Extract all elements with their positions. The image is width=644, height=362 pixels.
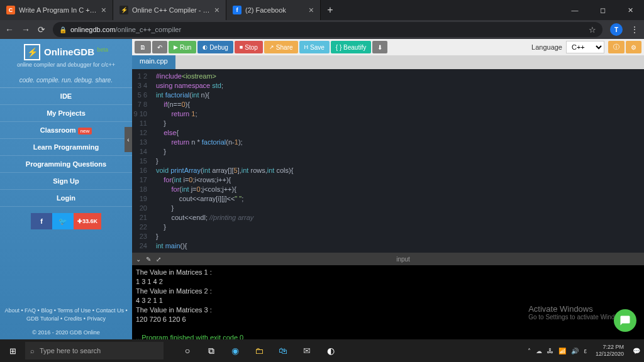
new-tab-button[interactable]: + xyxy=(321,0,340,20)
share-button[interactable]: ↗Share xyxy=(264,41,298,53)
task-view-icon[interactable]: ⧉ xyxy=(200,339,223,362)
task-store-icon[interactable]: 🛍 xyxy=(272,339,294,362)
console-edit-icon[interactable]: ✎ xyxy=(146,256,151,263)
share-icon: ↗ xyxy=(269,44,274,50)
close-icon[interactable]: × xyxy=(214,5,219,15)
search-icon: ⌕ xyxy=(30,347,35,354)
taskbar-search[interactable]: ⌕ Type here to search xyxy=(25,342,164,359)
new-file-button[interactable]: 🗎 xyxy=(135,41,151,53)
activate-windows-watermark: Activate Windows Go to Settings to activ… xyxy=(528,304,628,321)
tray-notifications-icon[interactable]: 💬 xyxy=(633,348,640,354)
twitter-button[interactable]: 🐦 xyxy=(52,213,74,229)
undo-button[interactable]: ↶ xyxy=(152,41,167,53)
nav-signup[interactable]: Sign Up xyxy=(0,173,132,190)
task-explorer-icon[interactable]: 🗀 xyxy=(248,339,270,362)
copyright: © 2016 - 2020 GDB Online xyxy=(0,326,132,340)
console-down-icon[interactable]: ⌄ xyxy=(136,256,141,263)
stop-button[interactable]: ■Stop xyxy=(235,41,263,53)
task-cortana-icon[interactable]: ○ xyxy=(176,339,199,362)
save-icon: H xyxy=(304,44,309,50)
nav-ide[interactable]: IDE xyxy=(0,88,132,105)
console-expand-icon[interactable]: ⤢ xyxy=(156,256,161,263)
lock-icon: 🔒 xyxy=(59,26,67,33)
tab-favicon: C xyxy=(6,6,15,14)
logo[interactable]: ⚡ OnlineGDB beta online compiler and deb… xyxy=(0,39,132,73)
tray-clock[interactable]: 7:22 PM12/12/2020 xyxy=(592,344,628,358)
task-edge-icon[interactable]: ◉ xyxy=(224,339,247,362)
nav-learn[interactable]: Learn Programming xyxy=(0,139,132,156)
input-label: input xyxy=(396,256,410,263)
nav-login[interactable]: Login xyxy=(0,190,132,207)
info-button[interactable]: ⓘ xyxy=(608,41,625,53)
chat-icon xyxy=(619,315,631,326)
bookmark-icon[interactable]: ☆ xyxy=(589,25,596,35)
tab-favicon: f xyxy=(233,6,242,14)
close-button[interactable]: ✕ xyxy=(616,0,644,20)
editor-tab[interactable]: main.cpp xyxy=(132,55,175,69)
browser-tab[interactable]: C Write A Program In C ++ Langu × xyxy=(0,0,113,20)
reload-button[interactable]: ⟳ xyxy=(38,25,45,35)
minimize-button[interactable]: — xyxy=(561,0,589,20)
beautify-button[interactable]: { } Beautify xyxy=(331,41,371,53)
start-button[interactable]: ⊞ xyxy=(0,339,25,362)
console-output[interactable]: The Value in Matrices 1 : 1 3 1 4 2 The … xyxy=(132,265,644,339)
run-button[interactable]: ▶Run xyxy=(169,41,196,53)
tray-network-icon[interactable]: 🖧 xyxy=(547,348,553,354)
browser-tab[interactable]: f (2) Facebook × xyxy=(226,0,321,20)
collapse-sidebar-button[interactable]: ‹ xyxy=(125,127,132,152)
forward-button[interactable]: → xyxy=(21,25,30,35)
debug-button[interactable]: ◐Debug xyxy=(197,41,233,53)
nav-questions[interactable]: Programming Questions xyxy=(0,156,132,173)
bolt-icon: ⚡ xyxy=(24,44,40,60)
stop-icon: ■ xyxy=(240,44,243,50)
close-icon[interactable]: × xyxy=(309,5,314,15)
tray-volume-icon[interactable]: 🔊 xyxy=(571,348,579,354)
footer-links[interactable]: About • FAQ • Blog • Terms of Use • Cont… xyxy=(0,304,132,326)
tab-favicon: ⚡ xyxy=(119,6,128,14)
download-button[interactable]: ⬇ xyxy=(372,41,387,53)
browser-tab[interactable]: ⚡ Online C++ Compiler - online ed × xyxy=(113,0,226,20)
facebook-button[interactable]: f xyxy=(31,213,52,229)
maximize-button[interactable]: ◻ xyxy=(589,0,616,20)
language-label: Language xyxy=(531,43,562,51)
profile-avatar[interactable]: T xyxy=(610,23,623,36)
address-bar[interactable]: 🔒 onlinegdb.com/online_c++_compiler ☆ xyxy=(53,22,602,37)
task-chrome-icon[interactable]: ◐ xyxy=(319,339,342,362)
task-mail-icon[interactable]: ✉ xyxy=(296,339,318,362)
close-icon[interactable]: × xyxy=(101,5,106,15)
nav-my-projects[interactable]: My Projects xyxy=(0,105,132,122)
chat-button[interactable] xyxy=(614,309,636,332)
tray-wifi-icon[interactable]: 📶 xyxy=(558,348,566,354)
share-count-button[interactable]: ✚ 33.6K xyxy=(74,213,101,229)
tray-up-icon[interactable]: ˄ xyxy=(528,348,531,354)
nav-classroom[interactable]: Classroomnew xyxy=(0,122,132,139)
save-button[interactable]: HSave xyxy=(299,41,330,53)
settings-button[interactable]: ⚙ xyxy=(626,41,641,53)
code-editor[interactable]: 1 2 3 4 5 6 7 8 9 10 11 12 13 14 15 16 1… xyxy=(132,69,644,253)
tray-language-icon[interactable]: ε xyxy=(584,348,586,354)
menu-button[interactable]: ⋮ xyxy=(630,25,639,35)
slogan: code. compile. run. debug. share. xyxy=(0,73,132,88)
language-select[interactable]: C++ xyxy=(566,41,604,53)
back-button[interactable]: ← xyxy=(5,25,14,35)
line-numbers: 1 2 3 4 5 6 7 8 9 10 11 12 13 14 15 16 1… xyxy=(132,69,151,253)
play-icon: ▶ xyxy=(174,44,178,50)
code-content[interactable]: #include<iostream> using namespace std; … xyxy=(151,69,644,253)
clock-icon: ◐ xyxy=(203,44,208,50)
tray-onedrive-icon[interactable]: ☁ xyxy=(536,348,542,354)
